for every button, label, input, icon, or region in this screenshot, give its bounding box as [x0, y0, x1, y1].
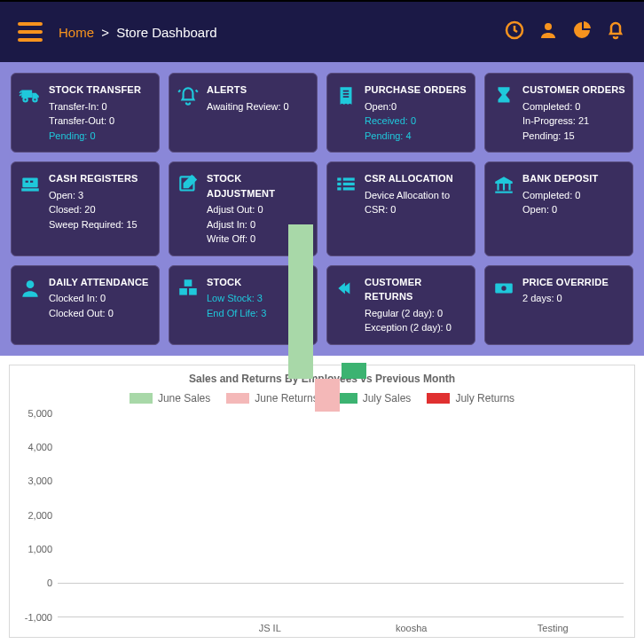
card-line: Low Stock: 3 [207, 291, 266, 306]
card-line: Transfer-Out: 0 [49, 114, 141, 129]
svg-rect-9 [337, 177, 341, 180]
card-line: Closed: 20 [49, 202, 138, 217]
x-label [58, 617, 200, 633]
bank-icon [492, 173, 515, 247]
svg-rect-12 [343, 177, 355, 180]
card-title: DAILY ATTENDANCE [49, 275, 149, 290]
card-line: Adjust Out: 0 [207, 202, 310, 217]
hourglass-icon [492, 84, 515, 143]
money-icon [492, 277, 515, 335]
y-axis: -1,00001,0002,0003,0004,0005,000 [20, 413, 56, 617]
card-title: CASH REGISTERS [49, 171, 138, 186]
svg-rect-21 [179, 288, 187, 295]
card-bank-deposit[interactable]: BANK DEPOSITCompleted: 0Open: 0 [484, 161, 633, 256]
card-line: Open: 0 [522, 202, 599, 217]
card-csr-allocation[interactable]: CSR ALLOCATIONDevice Allocation to CSR: … [326, 161, 475, 256]
card-title: CUSTOMER RETURNS [365, 275, 467, 304]
card-line: 2 days: 0 [522, 291, 609, 306]
svg-rect-11 [337, 187, 341, 190]
y-tick: 0 [47, 577, 52, 588]
legend-item[interactable]: July Sales [334, 392, 412, 404]
legend-item[interactable]: July Returns [427, 392, 514, 404]
card-line: Open:0 [365, 99, 467, 114]
card-title: STOCK [207, 275, 266, 290]
svg-rect-22 [189, 288, 197, 295]
legend-item[interactable]: June Sales [130, 392, 210, 404]
bell-icon[interactable] [605, 20, 626, 44]
card-line: Device Allocation to CSR: 0 [365, 188, 467, 217]
card-customer-returns[interactable]: CUSTOMER RETURNSRegular (2 day): 0Except… [326, 265, 475, 345]
card-line: Exception (2 day): 0 [365, 320, 467, 335]
x-label: Testing [483, 617, 624, 633]
bell-icon [177, 84, 200, 143]
card-line: Pending: 4 [365, 129, 467, 144]
edit-icon [177, 173, 200, 247]
svg-rect-17 [508, 184, 510, 191]
card-title: PRICE OVERRIDE [522, 275, 609, 290]
receipt-icon [334, 84, 357, 143]
svg-point-3 [33, 98, 36, 101]
y-tick: 1,000 [27, 544, 52, 554]
svg-rect-6 [26, 181, 28, 183]
card-title: ALERTS [207, 82, 289, 98]
legend-label: July Sales [363, 392, 412, 404]
chart-plot: -1,00001,0002,0003,0004,0005,000 [58, 413, 624, 617]
menu-icon[interactable] [18, 22, 43, 42]
x-label: JS IL [200, 617, 342, 633]
card-title: STOCK ADJUSTMENT [207, 171, 310, 200]
card-line: Completed: 0 [522, 99, 625, 114]
bar[interactable] [288, 224, 313, 379]
bar[interactable] [315, 379, 340, 411]
pie-chart-icon[interactable] [571, 20, 593, 44]
card-purchase-orders[interactable]: PURCHASE ORDERSOpen:0Received: 0Pending:… [326, 73, 475, 153]
top-bar: Home > Store Dashboard [0, 0, 644, 62]
y-tick: 2,000 [27, 510, 52, 521]
bar[interactable] [342, 363, 366, 379]
legend-item[interactable]: June Returns [226, 392, 318, 404]
return-icon [334, 277, 357, 335]
clock-icon[interactable] [504, 20, 525, 44]
breadcrumb-sep: > [101, 25, 109, 40]
boxes-icon [177, 277, 200, 335]
svg-point-1 [545, 23, 552, 30]
card-line: Regular (2 day): 0 [365, 306, 467, 321]
svg-rect-20 [185, 279, 192, 287]
legend-swatch [427, 393, 450, 404]
register-icon [19, 173, 42, 247]
svg-rect-7 [30, 181, 33, 183]
card-daily-attendance[interactable]: DAILY ATTENDANCEClocked In: 0Clocked Out… [11, 265, 160, 345]
user-icon [19, 277, 42, 335]
x-label: koosha [341, 617, 483, 633]
y-tick: 3,000 [27, 475, 52, 486]
x-axis: JS ILkooshaTesting [58, 617, 624, 633]
y-tick: -1,000 [25, 612, 52, 623]
svg-point-2 [23, 98, 27, 101]
card-line: End Of Life: 3 [207, 306, 266, 321]
svg-rect-15 [497, 184, 499, 191]
top-left: Home > Store Dashboard [18, 22, 217, 42]
card-customer-orders[interactable]: CUSTOMER ORDERSCompleted: 0In-Progress: … [484, 73, 633, 153]
card-stock-transfer[interactable]: STOCK TRANSFERTransfer-In: 0Transfer-Out… [11, 73, 160, 153]
svg-rect-16 [503, 184, 505, 191]
list-icon [334, 173, 357, 247]
user-icon[interactable] [538, 20, 559, 44]
card-cash-registers[interactable]: CASH REGISTERSOpen: 3Closed: 20Sweep Req… [11, 161, 160, 256]
card-price-override[interactable]: PRICE OVERRIDE2 days: 0 [484, 265, 633, 345]
legend-label: July Returns [455, 392, 514, 404]
legend-label: June Sales [158, 392, 210, 404]
zero-line [58, 583, 624, 584]
dashboard-cards: STOCK TRANSFERTransfer-In: 0Transfer-Out… [0, 62, 644, 356]
svg-rect-14 [343, 187, 355, 190]
breadcrumb-home[interactable]: Home [59, 25, 94, 40]
card-line: Clocked In: 0 [49, 291, 149, 306]
legend-label: June Returns [255, 392, 318, 404]
card-alerts[interactable]: ALERTSAwaiting Review: 0 [169, 73, 318, 153]
svg-rect-5 [21, 188, 39, 191]
card-line: Transfer-In: 0 [49, 99, 141, 114]
legend-swatch [130, 393, 153, 404]
y-tick: 5,000 [27, 408, 52, 419]
card-line: Received: 0 [365, 114, 467, 129]
card-line: Pending: 0 [49, 129, 141, 144]
card-line: In-Progress: 21 [522, 114, 625, 129]
card-title: PURCHASE ORDERS [365, 82, 467, 98]
